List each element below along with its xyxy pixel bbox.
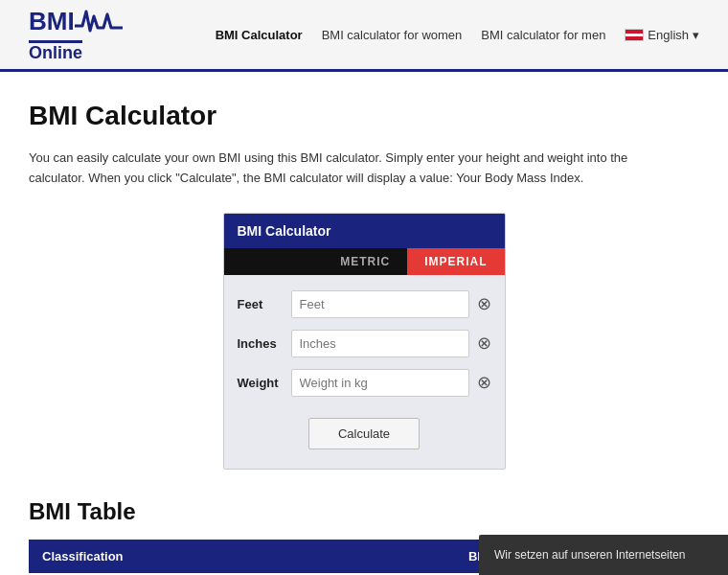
logo-online: Online: [29, 40, 82, 63]
dropdown-chevron-icon: ▾: [693, 28, 699, 42]
main-content: BMI Calculator You can easily calculate …: [0, 72, 728, 575]
site-header: BMI Online BMI Calculator BMI calculator…: [0, 0, 728, 72]
feet-row: Feet ⊗: [238, 290, 491, 318]
widget-title: BMI Calculator: [224, 214, 505, 248]
calc-action: Calculate: [238, 408, 491, 453]
col-classification: Classification: [29, 540, 455, 573]
page-title: BMI Calculator: [29, 101, 699, 131]
calc-body: Feet ⊗ Inches ⊗ Weight ⊗ Calculate: [224, 275, 505, 469]
nav-bmi-men[interactable]: BMI calculator for men: [481, 28, 605, 42]
inches-row: Inches ⊗: [238, 330, 491, 357]
logo-bmi: BMI: [29, 7, 75, 36]
calculate-button[interactable]: Calculate: [308, 418, 420, 449]
bmi-table-title: BMI Table: [29, 498, 699, 525]
nav-bmi-women[interactable]: BMI calculator for women: [322, 28, 463, 42]
logo-wave-icon: [75, 7, 123, 35]
feet-label: Feet: [238, 297, 291, 311]
inches-label: Inches: [238, 336, 291, 351]
feet-clear-button[interactable]: ⊗: [477, 295, 491, 312]
nav-bmi-calculator[interactable]: BMI Calculator: [216, 28, 303, 42]
main-nav: BMI Calculator BMI calculator for women …: [216, 28, 699, 42]
inches-input[interactable]: [291, 330, 469, 357]
feet-input[interactable]: [291, 290, 469, 318]
unit-tabs: METRIC IMPERIAL: [224, 248, 505, 275]
logo[interactable]: BMI Online: [29, 7, 123, 63]
weight-input[interactable]: [291, 369, 469, 397]
weight-row: Weight ⊗: [238, 369, 491, 397]
weight-label: Weight: [238, 376, 291, 390]
tab-imperial[interactable]: IMPERIAL: [407, 248, 504, 275]
weight-clear-button[interactable]: ⊗: [477, 374, 491, 391]
inches-clear-button[interactable]: ⊗: [477, 334, 491, 352]
language-label: English: [648, 28, 689, 42]
cookie-notice: Wir setzen auf unseren Internetseiten: [479, 535, 728, 575]
cookie-notice-text: Wir setzen auf unseren Internetseiten: [494, 548, 685, 562]
flag-icon: [625, 29, 644, 41]
language-selector[interactable]: English ▾: [625, 28, 699, 42]
bmi-calculator-widget: BMI Calculator METRIC IMPERIAL Feet ⊗ In…: [223, 213, 506, 470]
page-description: You can easily calculate your own BMI us…: [29, 149, 680, 189]
tab-metric[interactable]: METRIC: [323, 248, 407, 275]
